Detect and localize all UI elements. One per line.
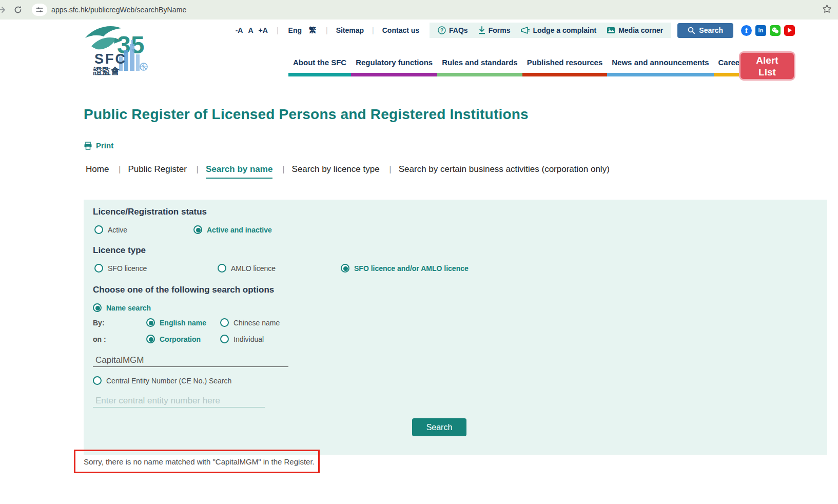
by-row: By: English name Chinese name bbox=[93, 318, 827, 327]
nav-color-bar bbox=[288, 73, 351, 76]
on-label: on : bbox=[93, 335, 146, 343]
radio-icon bbox=[193, 225, 202, 234]
no-match-highlight-box: Sorry, there is no name matched with "Ca… bbox=[74, 450, 320, 473]
svg-text:SFC: SFC bbox=[94, 51, 127, 67]
printer-icon bbox=[84, 142, 92, 150]
divider: | bbox=[326, 26, 328, 34]
nav-item[interactable]: Regulatory functions bbox=[351, 58, 437, 76]
header-search-button[interactable]: Search bbox=[677, 23, 733, 38]
radio-icon bbox=[146, 335, 155, 343]
radio-option[interactable]: SFO licence bbox=[94, 264, 218, 273]
divider: | bbox=[372, 26, 374, 34]
nav-color-bar bbox=[437, 73, 522, 76]
form-search-button[interactable]: Search bbox=[412, 418, 466, 436]
no-match-message: Sorry, there is no name matched with "Ca… bbox=[84, 457, 315, 466]
download-icon bbox=[478, 26, 485, 34]
radio-option[interactable]: English name bbox=[146, 318, 220, 327]
wechat-icon[interactable] bbox=[770, 25, 781, 36]
radio-option[interactable]: Individual bbox=[220, 335, 294, 343]
radio-icon bbox=[93, 303, 102, 312]
megaphone-icon bbox=[520, 26, 530, 34]
main-nav: About the SFC Regulatory functions Rules… bbox=[288, 58, 747, 76]
on-row: on : Corporation Individual bbox=[93, 335, 827, 343]
language-chinese[interactable]: 繁 bbox=[309, 26, 316, 35]
contact-us-link[interactable]: Contact us bbox=[382, 26, 419, 34]
register-tabs: Home Public Register Search by name Sear… bbox=[86, 164, 610, 175]
svg-text:證監會: 證監會 bbox=[93, 66, 120, 76]
nav-color-bar bbox=[522, 73, 608, 76]
ce-number-input[interactable] bbox=[93, 395, 265, 408]
play-icon bbox=[788, 28, 792, 33]
page-title: Public Register of Licensed Persons and … bbox=[84, 106, 529, 123]
nav-color-bar bbox=[607, 73, 713, 76]
nav-item[interactable]: About the SFC bbox=[288, 58, 351, 76]
nav-color-bar bbox=[351, 73, 437, 76]
status-radio-group: Active Active and inactive bbox=[94, 225, 827, 234]
question-circle-icon: ? bbox=[438, 26, 446, 34]
site-info-icon[interactable] bbox=[32, 4, 47, 16]
language-english[interactable]: Eng bbox=[288, 26, 302, 34]
social-links: f in bbox=[741, 25, 795, 36]
text-normal-button[interactable]: A bbox=[248, 26, 253, 34]
radio-icon bbox=[94, 264, 103, 273]
faqs-link[interactable]: ? FAQs bbox=[438, 26, 468, 34]
by-radio-group: English name Chinese name bbox=[146, 318, 294, 327]
youtube-icon[interactable] bbox=[784, 25, 795, 36]
licence-type-radio-group: SFO licence AMLO licence SFO licence and… bbox=[94, 264, 827, 273]
media-corner-link[interactable]: Media corner bbox=[607, 26, 663, 34]
radio-icon bbox=[146, 318, 155, 327]
tab[interactable]: Public Register bbox=[128, 164, 206, 175]
tab[interactable]: Search by certain business activities (c… bbox=[399, 164, 610, 175]
facebook-icon[interactable]: f bbox=[741, 25, 752, 36]
radio-option[interactable]: Chinese name bbox=[220, 318, 294, 327]
utility-nav: -A A +A | Eng 繁 | Sitemap | Contact us ?… bbox=[233, 23, 795, 38]
radio-icon bbox=[94, 225, 103, 234]
search-icon bbox=[688, 27, 695, 34]
nav-item[interactable]: Rules and standards bbox=[437, 58, 522, 76]
ce-radio-group: Central Entity Number (CE No.) Search bbox=[93, 376, 827, 385]
radio-icon bbox=[341, 264, 349, 273]
tab[interactable]: Search by licence type bbox=[292, 164, 399, 175]
quick-links: ? FAQs Forms Lodge a complaint Media cor… bbox=[430, 23, 671, 38]
ce-number-radio[interactable]: Central Entity Number (CE No.) Search bbox=[93, 376, 231, 385]
name-search-input[interactable] bbox=[93, 355, 288, 367]
search-form-panel: Licence/Registration status Active Activ… bbox=[84, 200, 827, 455]
text-larger-button[interactable]: +A bbox=[259, 26, 268, 34]
browser-toolbar: apps.sfc.hk/publicregWeb/searchByName bbox=[0, 0, 838, 20]
radio-icon bbox=[220, 335, 229, 343]
url-bar[interactable]: apps.sfc.hk/publicregWeb/searchByName bbox=[51, 6, 186, 14]
sitemap-link[interactable]: Sitemap bbox=[336, 26, 364, 34]
print-button[interactable]: Print bbox=[84, 141, 113, 150]
radio-icon bbox=[218, 264, 226, 273]
radio-icon bbox=[93, 376, 102, 385]
forward-icon[interactable] bbox=[0, 5, 6, 14]
divider: | bbox=[277, 26, 279, 34]
radio-option[interactable]: Active and inactive bbox=[193, 225, 293, 234]
reload-icon[interactable] bbox=[13, 5, 23, 14]
radio-icon bbox=[220, 318, 229, 327]
by-label: By: bbox=[93, 319, 146, 327]
licence-type-heading: Licence type bbox=[93, 245, 827, 256]
alert-list-button[interactable]: Alert List bbox=[739, 51, 795, 81]
sfc-logo[interactable]: 35 SFC 證監會 bbox=[82, 24, 154, 76]
on-radio-group: Corporation Individual bbox=[146, 335, 294, 343]
radio-option[interactable]: Corporation bbox=[146, 335, 220, 343]
radio-option[interactable]: AMLO licence bbox=[218, 264, 341, 273]
tab[interactable]: Home bbox=[86, 164, 128, 175]
text-smaller-button[interactable]: -A bbox=[236, 26, 243, 34]
linkedin-icon[interactable]: in bbox=[755, 25, 766, 36]
tab[interactable]: Search by name bbox=[206, 164, 292, 175]
bookmark-star-icon[interactable] bbox=[822, 4, 832, 14]
picture-icon bbox=[607, 27, 615, 34]
search-options-heading: Choose one of the following search optio… bbox=[93, 285, 827, 295]
name-search-radio[interactable]: Name search bbox=[93, 303, 151, 312]
lodge-complaint-link[interactable]: Lodge a complaint bbox=[520, 26, 596, 34]
svg-text:?: ? bbox=[440, 28, 443, 33]
status-heading: Licence/Registration status bbox=[93, 207, 827, 217]
name-search-radio-group: Name search bbox=[93, 303, 827, 312]
radio-option[interactable]: SFO licence and/or AMLO licence bbox=[341, 264, 464, 273]
nav-item[interactable]: Published resources bbox=[522, 58, 608, 76]
nav-item[interactable]: News and announcements bbox=[607, 58, 713, 76]
forms-link[interactable]: Forms bbox=[478, 26, 511, 34]
radio-option[interactable]: Active bbox=[94, 225, 193, 234]
